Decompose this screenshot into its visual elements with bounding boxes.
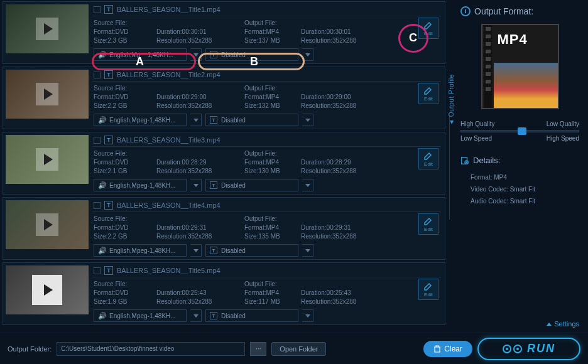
audio-track-dropdown[interactable]: 🔊English,Mpeg-1,48KH... — [94, 244, 187, 257]
browse-button[interactable]: ··· — [250, 342, 266, 356]
details-icon — [460, 156, 469, 165]
audio-dropdown-caret[interactable] — [190, 48, 202, 61]
subtitle-dropdown-caret[interactable] — [302, 244, 313, 257]
audio-track-dropdown[interactable]: 🔊English,Mpeg-1,48KH... — [94, 309, 187, 322]
bottom-bar: Output Folder: ··· Open Folder Clear RUN — [0, 333, 588, 364]
source-file-label: Source File: — [94, 19, 156, 28]
conversion-item[interactable]: TBALLERS_SEASON__Title3.mp4Source File:F… — [3, 132, 445, 195]
output-folder-input[interactable] — [57, 342, 245, 356]
source-format: Format:DVD — [94, 223, 156, 232]
output-size: Size:137 MB — [244, 36, 301, 45]
output-profile-tab[interactable]: ◄ Output Profile — [448, 74, 455, 126]
video-thumbnail[interactable] — [6, 265, 89, 314]
run-button[interactable]: RUN — [477, 338, 580, 360]
chevron-down-icon — [305, 53, 310, 56]
item-checkbox[interactable] — [94, 202, 101, 209]
edit-button[interactable]: Edit — [418, 18, 438, 39]
play-icon[interactable] — [36, 213, 58, 236]
output-format-title: Output Format: — [460, 6, 579, 16]
output-file-label: Output File: — [244, 215, 301, 223]
details-title: Details: — [460, 156, 579, 165]
conversion-item[interactable]: TBALLERS_SEASON__Title4.mp4Source File:F… — [3, 197, 445, 260]
detail-audio-codec: Audio Codec: Smart Fit — [460, 195, 579, 207]
low-quality-label: Low Quality — [547, 120, 579, 127]
item-checkbox[interactable] — [94, 267, 101, 274]
audio-dropdown-caret[interactable] — [190, 244, 202, 257]
trash-icon — [433, 345, 441, 353]
edit-icon — [423, 151, 433, 161]
high-quality-label: High Quality — [460, 120, 494, 127]
output-format: Format:MP4 — [244, 28, 301, 36]
conversion-item[interactable]: TBALLERS_SEASON__Title2.mp4Source File:F… — [3, 67, 445, 129]
output-size: Size:132 MB — [244, 102, 301, 110]
item-title: BALLERS_SEASON__Title3.mp4 — [117, 136, 220, 144]
slider-thumb[interactable] — [518, 127, 526, 135]
output-folder-label: Output Folder: — [8, 345, 52, 353]
source-file-label: Source File: — [94, 280, 156, 289]
edit-button[interactable]: Edit — [418, 83, 438, 104]
title-icon: T — [104, 136, 113, 144]
video-thumbnail[interactable] — [6, 135, 89, 184]
output-format: Format:MP4 — [244, 158, 301, 167]
item-title: BALLERS_SEASON__Title5.mp4 — [117, 267, 220, 274]
subtitle-dropdown-caret[interactable] — [302, 309, 313, 322]
audio-dropdown-caret[interactable] — [190, 179, 202, 191]
item-checkbox[interactable] — [94, 137, 101, 144]
edit-icon — [423, 85, 433, 95]
subtitle-dropdown-caret[interactable] — [302, 114, 313, 126]
audio-dropdown-caret[interactable] — [190, 309, 202, 322]
settings-link[interactable]: Settings — [547, 320, 579, 328]
audio-dropdown-caret[interactable] — [190, 114, 202, 126]
play-icon[interactable] — [36, 148, 58, 171]
audio-track-dropdown[interactable]: 🔊English,Mp 1,48KH... — [94, 48, 187, 61]
output-size: Size:117 MB — [244, 297, 301, 306]
detail-format: Format: MP4 — [460, 171, 579, 183]
edit-icon — [423, 20, 433, 30]
edit-button[interactable]: Edit — [418, 213, 438, 235]
video-thumbnail[interactable] — [6, 4, 89, 53]
source-format: Format:DVD — [94, 28, 156, 36]
conversion-item[interactable]: TBALLERS_SEASON__Title5.mp4Source File:F… — [3, 262, 445, 325]
edit-button[interactable]: Edit — [418, 279, 438, 300]
chevron-down-icon — [305, 314, 310, 318]
clear-button[interactable]: Clear — [423, 341, 472, 357]
audio-track-dropdown[interactable]: 🔊English,Mpeg-1,48KH... — [94, 114, 187, 126]
title-icon: T — [104, 201, 113, 210]
output-file-label: Output File: — [244, 280, 301, 289]
subtitle-dropdown-caret[interactable] — [302, 48, 313, 61]
source-size: Size:2.1 GB — [94, 167, 156, 176]
chevron-down-icon — [193, 53, 199, 56]
subtitle-dropdown[interactable]: TDisabled — [205, 244, 298, 257]
subtitle-dropdown[interactable]: TDisabled — [205, 48, 298, 61]
source-size: Size:2.3 GB — [94, 36, 156, 45]
play-icon[interactable] — [36, 18, 58, 40]
item-checkbox[interactable] — [94, 72, 101, 78]
speaker-icon: 🔊 — [98, 181, 107, 190]
source-duration: Duration:00:29:31 — [156, 223, 244, 232]
source-size: Size:1.9 GB — [94, 297, 156, 306]
subtitle-dropdown[interactable]: TDisabled — [205, 309, 298, 322]
source-format: Format:DVD — [94, 289, 156, 297]
format-label: MP4 — [498, 31, 528, 48]
chevron-down-icon — [305, 249, 310, 252]
play-icon[interactable] — [36, 83, 58, 105]
item-checkbox[interactable] — [94, 6, 101, 13]
title-icon: T — [104, 266, 113, 275]
conversion-item[interactable]: TBALLERS_SEASON__Title1.mp4Source File:F… — [3, 1, 445, 64]
output-format-preview[interactable]: MP4 — [481, 24, 559, 109]
video-thumbnail[interactable] — [6, 200, 89, 249]
subtitle-dropdown-caret[interactable] — [302, 179, 313, 191]
source-resolution: Resolution:352x288 — [156, 167, 244, 176]
chevron-down-icon — [305, 119, 310, 122]
chevron-down-icon — [193, 314, 199, 318]
audio-track-dropdown[interactable]: 🔊English,Mpeg-1,48KH... — [94, 179, 187, 191]
high-speed-label: High Speed — [547, 135, 579, 142]
edit-button[interactable]: Edit — [418, 148, 438, 169]
subtitle-dropdown[interactable]: TDisabled — [205, 179, 298, 191]
conversion-list[interactable]: TBALLERS_SEASON__Title1.mp4Source File:F… — [0, 0, 449, 333]
subtitle-dropdown[interactable]: TDisabled — [205, 114, 298, 126]
play-icon[interactable] — [32, 275, 62, 305]
video-thumbnail[interactable] — [6, 70, 89, 119]
quality-slider[interactable] — [460, 130, 579, 132]
open-folder-button[interactable]: Open Folder — [271, 342, 326, 356]
